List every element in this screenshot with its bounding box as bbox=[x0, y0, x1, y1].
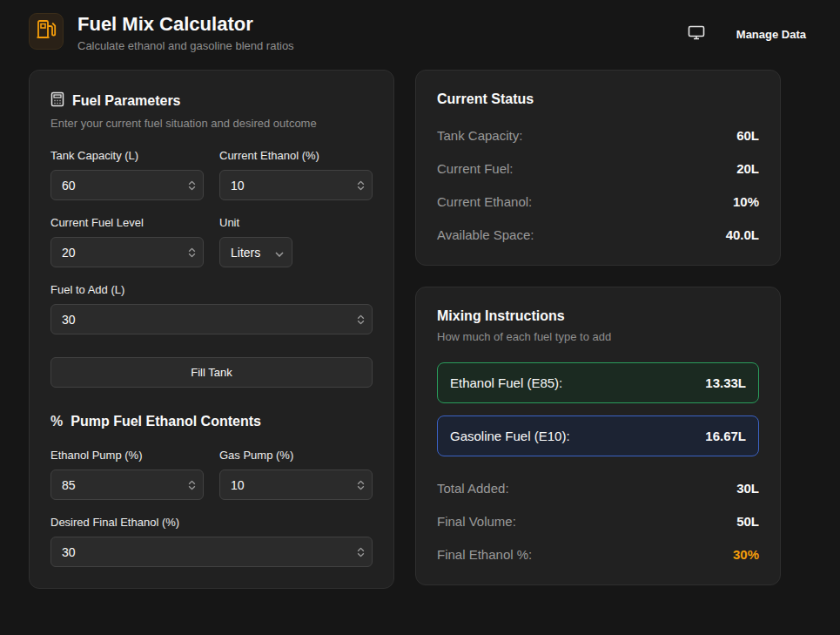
monitor-icon bbox=[688, 25, 705, 43]
stepper-icon[interactable] bbox=[357, 480, 365, 490]
current-status-card: Current Status Tank Capacity: 60L Curren… bbox=[415, 70, 781, 266]
mixing-instructions-card: Mixing Instructions How much of each fue… bbox=[415, 287, 781, 585]
app-header: Fuel Mix Calculator Calculate ethanol an… bbox=[0, 0, 840, 61]
summary-label: Final Ethanol %: bbox=[437, 547, 532, 562]
current-status-title: Current Status bbox=[437, 91, 759, 107]
ethanol-result-value: 13.33L bbox=[705, 375, 746, 390]
unit-label: Unit bbox=[219, 216, 373, 229]
desired-final-ethanol-input[interactable] bbox=[50, 537, 373, 567]
tank-capacity-input[interactable] bbox=[50, 170, 204, 200]
summary-value: 50L bbox=[736, 514, 759, 529]
current-ethanol-label: Current Ethanol (%) bbox=[219, 149, 373, 162]
gas-pump-label: Gas Pump (%) bbox=[219, 449, 373, 462]
tank-capacity-field: Tank Capacity (L) bbox=[50, 149, 204, 200]
main-content: Fuel Parameters Enter your current fuel … bbox=[0, 61, 840, 618]
calculator-icon bbox=[50, 91, 64, 111]
ethanol-result-box: Ethanol Fuel (E85): 13.33L bbox=[437, 362, 759, 403]
fuel-parameters-title: Fuel Parameters bbox=[72, 93, 181, 109]
status-label: Current Ethanol: bbox=[437, 194, 532, 209]
summary-row: Total Added: 30L bbox=[437, 481, 759, 496]
status-label: Available Space: bbox=[437, 227, 534, 242]
manage-data-button[interactable]: Manage Data bbox=[731, 27, 811, 42]
page-title: Fuel Mix Calculator bbox=[77, 13, 294, 36]
status-row: Current Fuel: 20L bbox=[437, 161, 759, 176]
status-value: 60L bbox=[736, 128, 759, 143]
stepper-icon[interactable] bbox=[357, 547, 365, 557]
status-label: Current Fuel: bbox=[437, 161, 514, 176]
status-row: Current Ethanol: 10% bbox=[437, 194, 759, 209]
current-fuel-level-field: Current Fuel Level bbox=[50, 216, 204, 267]
ethanol-pump-label: Ethanol Pump (%) bbox=[50, 449, 204, 462]
summary-row: Final Ethanol %: 30% bbox=[437, 547, 759, 562]
stepper-icon[interactable] bbox=[188, 480, 196, 490]
page-subtitle: Calculate ethanol and gasoline blend rat… bbox=[77, 39, 294, 52]
summary-row: Final Volume: 50L bbox=[437, 514, 759, 529]
status-row: Available Space: 40.0L bbox=[437, 227, 759, 242]
mixing-instructions-title: Mixing Instructions bbox=[437, 308, 759, 324]
ethanol-result-label: Ethanol Fuel (E85): bbox=[450, 375, 562, 390]
status-row: Tank Capacity: 60L bbox=[437, 128, 759, 143]
pump-contents-title: Pump Fuel Ethanol Contents bbox=[71, 414, 261, 429]
desired-final-ethanol-label: Desired Final Ethanol (%) bbox=[50, 516, 373, 529]
ethanol-pump-field: Ethanol Pump (%) bbox=[50, 449, 204, 500]
stepper-icon[interactable] bbox=[188, 180, 196, 190]
fuel-parameters-subtitle: Enter your current fuel situation and de… bbox=[50, 117, 373, 130]
final-ethanol-percent-value: 30% bbox=[733, 547, 759, 562]
current-ethanol-input[interactable] bbox=[219, 170, 373, 200]
current-fuel-level-input[interactable] bbox=[50, 237, 204, 267]
gas-pump-field: Gas Pump (%) bbox=[219, 449, 373, 500]
stepper-icon[interactable] bbox=[188, 247, 196, 257]
current-ethanol-field: Current Ethanol (%) bbox=[219, 149, 373, 200]
fuel-to-add-label: Fuel to Add (L) bbox=[50, 283, 373, 296]
fuel-pump-icon bbox=[36, 18, 57, 44]
display-toggle-button[interactable] bbox=[684, 22, 709, 46]
stepper-icon[interactable] bbox=[357, 314, 365, 324]
summary-label: Total Added: bbox=[437, 481, 509, 496]
gas-pump-input[interactable] bbox=[219, 469, 373, 500]
tank-capacity-label: Tank Capacity (L) bbox=[50, 149, 204, 162]
app-logo bbox=[29, 13, 64, 50]
desired-final-ethanol-field: Desired Final Ethanol (%) bbox=[50, 516, 373, 567]
fuel-to-add-input[interactable] bbox=[50, 304, 373, 334]
ethanol-pump-input[interactable] bbox=[50, 469, 204, 500]
status-label: Tank Capacity: bbox=[437, 128, 522, 143]
unit-select-value: Liters bbox=[231, 246, 260, 260]
unit-select[interactable]: Liters bbox=[219, 237, 292, 267]
percent-icon: % bbox=[50, 414, 63, 429]
mixing-instructions-subtitle: How much of each fuel type to add bbox=[437, 330, 759, 343]
gasoline-result-value: 16.67L bbox=[705, 429, 746, 443]
gasoline-result-box: Gasoline Fuel (E10): 16.67L bbox=[437, 415, 759, 456]
stepper-icon[interactable] bbox=[357, 180, 365, 190]
fuel-parameters-card: Fuel Parameters Enter your current fuel … bbox=[29, 70, 394, 589]
gasoline-result-label: Gasoline Fuel (E10): bbox=[450, 429, 570, 443]
summary-label: Final Volume: bbox=[437, 514, 516, 529]
status-value: 20L bbox=[736, 161, 759, 176]
fuel-to-add-field: Fuel to Add (L) bbox=[50, 283, 373, 334]
status-value: 10% bbox=[733, 194, 759, 209]
unit-field: Unit Liters bbox=[219, 216, 373, 267]
fill-tank-button[interactable]: Fill Tank bbox=[50, 357, 373, 388]
summary-value: 30L bbox=[736, 481, 759, 496]
chevron-down-icon bbox=[275, 246, 284, 260]
status-value: 40.0L bbox=[726, 227, 759, 242]
current-fuel-level-label: Current Fuel Level bbox=[50, 216, 204, 229]
